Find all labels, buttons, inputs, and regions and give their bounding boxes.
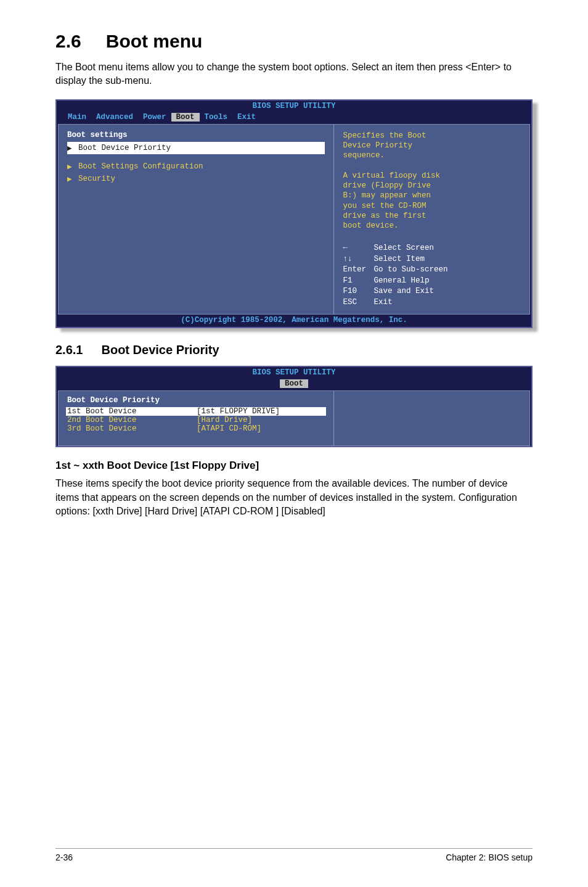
help-line [343,161,521,171]
tab-main[interactable]: Main [63,113,91,122]
section-number: 2.6 [55,31,81,51]
bios-tab-bar-small: Boot [57,378,531,390]
tab-boot[interactable]: Boot [171,113,200,122]
help-line: drive (Floppy Drive [343,181,521,191]
bios-right-pane: Specifies the Boot Device Priority seque… [334,125,529,315]
key-desc: General Help [374,276,429,287]
help-line: B:) may appear when [343,191,521,200]
tab-power[interactable]: Power [138,113,171,122]
key-label: ← [343,243,374,254]
bios-title: BIOS SETUP UTILITY [57,367,531,378]
bios-left-pane: Boot Device Priority 1st Boot Device [1s… [59,391,334,445]
menu-item-label: Boot Device Priority [78,144,171,152]
boot-device-value: [Hard Drive] [197,416,252,424]
tab-tools[interactable]: Tools [200,113,233,122]
submenu-arrow-icon: ▶ [67,162,78,171]
key-desc: Save and Exit [374,286,434,297]
page-footer: 2-36 Chapter 2: BIOS setup [55,848,533,862]
bios-help-text: Specifies the Boot Device Priority seque… [343,131,521,231]
menu-item-security[interactable]: ▶ Security [67,173,325,185]
bios-body-small: Boot Device Priority 1st Boot Device [1s… [58,390,530,446]
body-paragraph: These items specify the boot device prio… [55,477,533,518]
boot-device-label: 2nd Boot Device [67,416,197,424]
menu-item-boot-device-priority[interactable]: ▶ Boot Device Priority [67,142,325,154]
tab-exit[interactable]: Exit [232,113,261,122]
boot-device-label: 1st Boot Device [67,407,197,416]
bios-footer: (C)Copyright 1985-2002, American Megatre… [57,315,531,327]
subsection-title: 2.6.1Boot Device Priority [55,343,533,357]
help-line: you set the CD-ROM [343,201,521,211]
boot-device-1[interactable]: 1st Boot Device [1st FLOPPY DRIVE] [66,407,326,416]
bios-tab-bar: Main Advanced Power Boot Tools Exit [57,112,531,124]
tab-boot[interactable]: Boot [280,379,308,388]
subsection-number: 2.6.1 [55,343,83,357]
bios-right-pane [334,391,529,445]
bios-left-heading: Boot Device Priority [67,396,325,405]
boot-device-2[interactable]: 2nd Boot Device [Hard Drive] [67,416,325,424]
key-desc: Select Item [374,254,425,265]
tab-advanced[interactable]: Advanced [91,113,138,122]
section-title: 2.6Boot menu [55,31,533,52]
boot-device-label: 3rd Boot Device [67,424,197,433]
key-label: ESC [343,297,374,308]
bios-key-legend: ←Select Screen ↑↓Select Item EnterGo to … [343,243,521,308]
menu-item-boot-settings-config[interactable]: ▶ Boot Settings Configuration [67,160,325,173]
bios-panel-boot-menu: BIOS SETUP UTILITY Main Advanced Power B… [55,99,533,329]
bios-title: BIOS SETUP UTILITY [57,101,531,112]
submenu-arrow-icon: ▶ [67,143,78,153]
intro-text: The Boot menu items allow you to change … [55,60,533,88]
help-line: drive as the first [343,211,521,221]
menu-item-label: Security [78,175,115,183]
boot-device-3[interactable]: 3rd Boot Device [ATAPI CD-ROM] [67,424,325,433]
help-line: boot device. [343,221,521,231]
chapter-label: Chapter 2: BIOS setup [446,852,533,862]
submenu-arrow-icon: ▶ [67,174,78,184]
key-desc: Select Screen [374,243,434,254]
key-label: Enter [343,265,374,276]
help-line: Device Priority [343,141,521,151]
key-desc: Exit [374,297,392,308]
bios-left-pane: Boot settings ▶ Boot Device Priority ▶ B… [59,125,334,315]
help-line: Specifies the Boot [343,131,521,141]
help-line: sequence. [343,151,521,160]
section-title-text: Boot menu [106,31,203,51]
menu-item-label: Boot Settings Configuration [78,162,203,171]
page-number: 2-36 [55,852,73,862]
boot-device-value: [1st FLOPPY DRIVE] [197,407,280,416]
key-label: F10 [343,286,374,297]
bios-left-heading: Boot settings [67,131,325,139]
key-desc: Go to Sub-screen [374,265,447,276]
key-label: ↑↓ [343,254,374,265]
boot-device-value: [ATAPI CD-ROM] [197,424,261,433]
help-line: A virtual floopy disk [343,171,521,181]
key-label: F1 [343,276,374,287]
subsubsection-title: 1st ~ xxth Boot Device [1st Floppy Drive… [55,460,533,472]
bios-body: Boot settings ▶ Boot Device Priority ▶ B… [58,124,530,315]
bios-panel-boot-priority: BIOS SETUP UTILITY Boot Boot Device Prio… [55,366,533,447]
subsection-title-text: Boot Device Priority [101,343,219,357]
